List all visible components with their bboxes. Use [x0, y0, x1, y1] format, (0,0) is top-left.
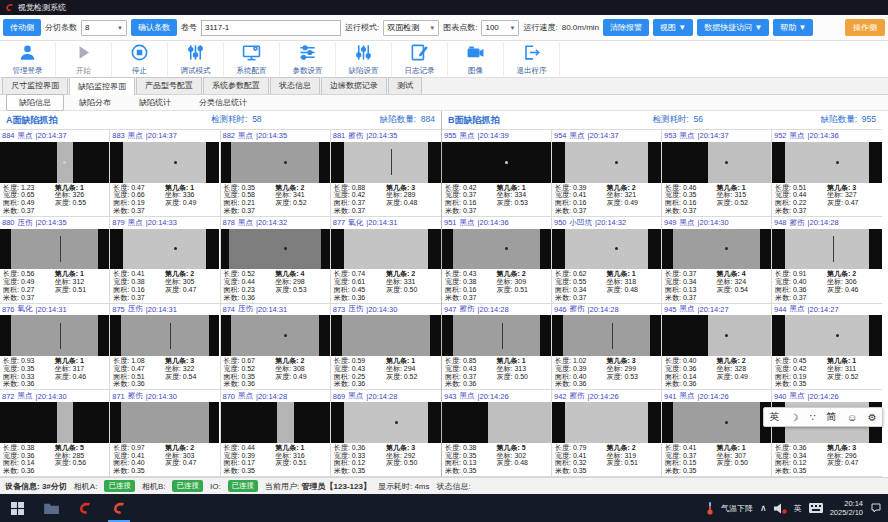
- defect-cell[interactable]: 950小凹坑|20:14:32长度: 0.62宽度: 0.55面积: 0.34米…: [552, 217, 662, 304]
- toolbar-button-sliders-h[interactable]: 参数设置: [280, 42, 336, 76]
- sub-tab-0[interactable]: 缺陷信息: [6, 94, 64, 111]
- defect-cell[interactable]: 877氧化|20:14:31长度: 0.74宽度: 0.61面积: 0.45米数…: [331, 217, 441, 304]
- defect-cell[interactable]: 882黑点|20:14:35长度: 0.35宽度: 0.58面积: 0.21米数…: [221, 130, 331, 217]
- defect-cell[interactable]: 883黑点|20:14:37长度: 0.47宽度: 0.66面积: 0.19米数…: [110, 130, 220, 217]
- toolbar-button-tune[interactable]: 调试模式: [168, 42, 224, 76]
- defect-cell[interactable]: 951黑点|20:14:36长度: 0.43宽度: 0.38面积: 0.16米数…: [442, 217, 552, 304]
- operator-side-button[interactable]: 操作侧: [845, 19, 885, 36]
- sub-tab-1[interactable]: 缺陷分布: [66, 94, 124, 111]
- taskbar-app-inspection-active[interactable]: [102, 494, 136, 522]
- help-menu-button[interactable]: 帮助 ▼: [773, 19, 813, 36]
- view-menu-button[interactable]: 视图 ▼: [653, 19, 693, 36]
- toolbar-button-sliders-v[interactable]: 缺陷设置: [336, 42, 392, 76]
- defect-number: 952: [774, 131, 787, 140]
- chart-points-select[interactable]: 100▼: [481, 20, 519, 36]
- sub-tab-2[interactable]: 缺陷统计: [126, 94, 184, 111]
- defect-cell[interactable]: 955黑点|20:14:39长度: 0.42宽度: 0.37面积: 0.16米数…: [442, 130, 552, 217]
- toolbar-button-camera[interactable]: 图像: [448, 42, 504, 76]
- defect-type: 擦伤: [348, 131, 363, 141]
- hidden-icons-chevron[interactable]: ∧: [760, 503, 767, 513]
- taskbar-app-inspection[interactable]: [68, 494, 102, 522]
- defect-number: 877: [333, 218, 346, 227]
- toolbar-button-user[interactable]: 管理登录: [0, 42, 56, 76]
- toolbar-button-log[interactable]: 日志记录: [392, 42, 448, 76]
- defect-type: 黑点: [348, 391, 363, 401]
- defect-cell[interactable]: 949黑点|20:14:30长度: 0.37宽度: 0.34面积: 0.13米数…: [662, 217, 772, 304]
- defect-cell[interactable]: 945黑点|20:14:27长度: 0.40宽度: 0.36面积: 0.14米数…: [662, 304, 772, 391]
- defect-time: |20:14:26: [588, 392, 619, 401]
- defect-cell[interactable]: 941黑点|20:14:26长度: 0.41宽度: 0.37面积: 0.15米数…: [662, 390, 772, 477]
- quick-access-menu-button[interactable]: 数据快捷访问 ▼: [697, 19, 769, 36]
- taskbar-app-explorer[interactable]: [34, 494, 68, 522]
- main-tab-3[interactable]: 系统参数配置: [203, 77, 269, 94]
- main-tab-1[interactable]: 缺陷监控界面: [69, 77, 135, 95]
- defect-cell[interactable]: 884黑点|20:14:37长度: 1.23宽度: 0.65面积: 0.49米数…: [0, 130, 110, 217]
- defect-cell[interactable]: 942擦伤|20:14:26长度: 0.79宽度: 0.41面积: 0.32米数…: [552, 390, 662, 477]
- main-tab-2[interactable]: 产品型号配置: [136, 77, 202, 94]
- defect-cell[interactable]: 953黑点|20:14:37长度: 0.46宽度: 0.35面积: 0.16米数…: [662, 130, 772, 217]
- main-tab-0[interactable]: 尺寸监控界面: [2, 77, 68, 94]
- sliders-v-icon: [354, 43, 373, 65]
- defect-gray: 灰度: 0.47: [827, 459, 859, 467]
- emoji-icon[interactable]: ☺: [847, 412, 857, 423]
- defect-cell[interactable]: 954黑点|20:14:37长度: 0.39宽度: 0.41面积: 0.16米数…: [552, 130, 662, 217]
- roll-number-input[interactable]: [201, 20, 341, 36]
- volume-icon[interactable]: [774, 503, 787, 514]
- lang-en-toggle[interactable]: 英: [769, 410, 779, 424]
- defect-cell[interactable]: 940黑点|20:14:26长度: 0.36宽度: 0.34面积: 0.12米数…: [772, 390, 882, 477]
- defect-type: 擦伤: [128, 391, 143, 401]
- notification-icon[interactable]: [870, 502, 882, 514]
- toolbar-button-stop[interactable]: 停止: [112, 42, 168, 76]
- main-tab-6[interactable]: 测试: [388, 77, 422, 94]
- defect-cell[interactable]: 943黑点|20:14:26长度: 0.38宽度: 0.35面积: 0.13米数…: [442, 390, 552, 477]
- defect-cell[interactable]: 946擦伤|20:14:28长度: 1.02宽度: 0.39面积: 0.40米数…: [552, 304, 662, 391]
- defect-meter: 米数: 0.37: [555, 207, 658, 215]
- main-tab-5[interactable]: 边缘数据记录: [321, 77, 387, 94]
- weather-ticker[interactable]: 气温下降: [721, 503, 753, 514]
- defect-time: |20:14:31: [256, 305, 287, 314]
- defect-cell[interactable]: 873压伤|20:14:30长度: 0.59宽度: 0.43面积: 0.25米数…: [331, 304, 441, 391]
- defect-cell[interactable]: 948擦伤|20:14:28长度: 0.91宽度: 0.40面积: 0.36米数…: [772, 217, 882, 304]
- defect-cell[interactable]: 875压伤|20:14:31长度: 1.08宽度: 0.47面积: 0.51米数…: [110, 304, 220, 391]
- defect-cell[interactable]: 871擦伤|20:14:30长度: 0.97宽度: 0.41面积: 0.40米数…: [110, 390, 220, 477]
- defect-cell[interactable]: 880压伤|20:14:35长度: 0.56宽度: 0.49面积: 0.27米数…: [0, 217, 110, 304]
- defect-meter: 米数: 0.37: [775, 294, 879, 302]
- defect-type: 氧化: [18, 304, 33, 314]
- lang-simplified-toggle[interactable]: 简: [826, 410, 836, 424]
- defect-cell[interactable]: 952黑点|20:14:36长度: 0.51宽度: 0.44面积: 0.22米数…: [772, 130, 882, 217]
- defect-strip-index: 第几条: 1: [165, 184, 197, 192]
- defect-cell[interactable]: 876氧化|20:14:31长度: 0.93宽度: 0.35面积: 0.33米数…: [0, 304, 110, 391]
- clock[interactable]: 20:14 2025/2/10: [830, 499, 863, 517]
- keyboard-icon[interactable]: [809, 503, 823, 513]
- run-speed-value: 80.0m/min: [562, 23, 599, 32]
- defect-cell[interactable]: 870黑点|20:14:28长度: 0.44宽度: 0.39面积: 0.17米数…: [221, 390, 331, 477]
- main-tab-4[interactable]: 状态信息: [270, 77, 320, 94]
- input-method-bar[interactable]: 英☽∵简☺⚙: [763, 407, 883, 427]
- start-button[interactable]: [0, 494, 34, 522]
- defect-cell-header: 884黑点|20:14:37: [0, 130, 109, 142]
- defect-cell[interactable]: 944黑点|20:14:27长度: 0.45宽度: 0.42面积: 0.19米数…: [772, 304, 882, 391]
- confirm-count-button[interactable]: 确认条数: [131, 19, 177, 36]
- toolbar-button-monitor[interactable]: 系统配置: [224, 42, 280, 76]
- defect-cell-header: 955黑点|20:14:39: [442, 130, 551, 142]
- defect-cell[interactable]: 881擦伤|20:14:35长度: 0.88宽度: 0.42面积: 0.37米数…: [331, 130, 441, 217]
- defect-cell[interactable]: 947擦伤|20:14:28长度: 0.85宽度: 0.43面积: 0.37米数…: [442, 304, 552, 391]
- gear-icon[interactable]: ⚙: [868, 412, 877, 423]
- sub-tab-3[interactable]: 分类信息统计: [186, 94, 260, 111]
- drive-side-button[interactable]: 传动侧: [3, 19, 41, 36]
- defect-gray: 灰度: 0.51: [275, 459, 307, 467]
- cursor-icon[interactable]: ∵: [809, 412, 815, 423]
- defect-cell[interactable]: 869黑点|20:14:28长度: 0.36宽度: 0.33面积: 0.12米数…: [331, 390, 441, 477]
- defect-cell[interactable]: 874压伤|20:14:31长度: 0.67宽度: 0.52面积: 0.35米数…: [221, 304, 331, 391]
- defect-cell[interactable]: 872黑点|20:14:30长度: 0.38宽度: 0.36面积: 0.14米数…: [0, 390, 110, 477]
- toolbar-button-exit[interactable]: 退出程序: [504, 42, 560, 76]
- defect-strip-index: 第几条: 1: [275, 444, 307, 452]
- theme-moon-icon[interactable]: ☽: [790, 412, 799, 423]
- run-mode-select[interactable]: 双面检测▼: [383, 20, 439, 36]
- defect-cell[interactable]: 878黑点|20:14:32长度: 0.52宽度: 0.44面积: 0.23米数…: [221, 217, 331, 304]
- split-count-select[interactable]: 8▼: [81, 20, 127, 36]
- clear-alarm-button[interactable]: 清除报警: [603, 19, 649, 36]
- defect-cell[interactable]: 879黑点|20:14:33长度: 0.41宽度: 0.38面积: 0.16米数…: [110, 217, 220, 304]
- language-indicator[interactable]: 英: [794, 503, 802, 514]
- toolbar-button-play[interactable]: 开始: [56, 42, 112, 76]
